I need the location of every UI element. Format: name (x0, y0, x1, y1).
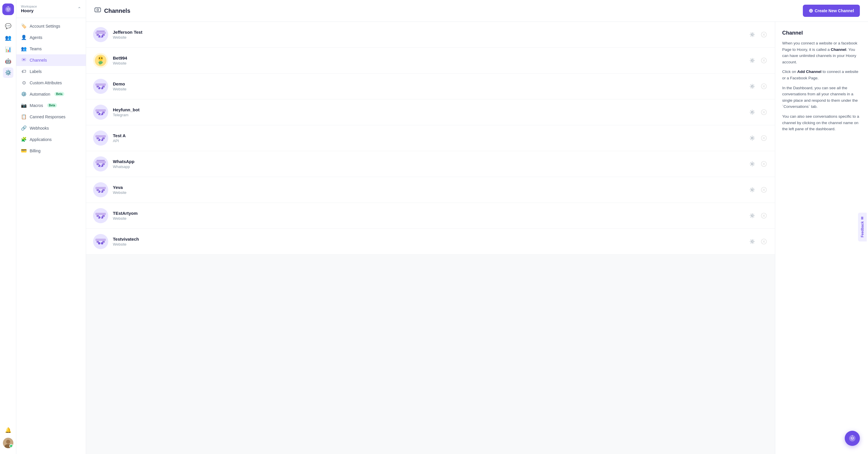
delete-button-3[interactable] (760, 82, 768, 90)
channel-info-2: Bet994 Website (113, 56, 748, 65)
svg-point-31 (98, 88, 99, 88)
channel-name-9: Testvivatech (113, 236, 748, 241)
delete-button-9[interactable] (760, 237, 768, 246)
svg-point-84 (98, 242, 100, 245)
settings-button-7[interactable] (748, 186, 756, 194)
billing-icon: 💳 (21, 148, 27, 154)
svg-point-79 (751, 215, 753, 217)
channel-info-3: Demo Website (113, 82, 748, 91)
sidebar-item-agents[interactable]: 👤 Agents (16, 32, 86, 43)
channels-list: Jefferson Test Website (86, 22, 775, 454)
channel-actions-6 (748, 160, 768, 168)
info-panel-para-4: You can also see conversations specific … (782, 114, 861, 132)
feedback-icon: ✉ (860, 217, 864, 220)
app-logo[interactable] (2, 3, 14, 15)
settings-button-5[interactable] (748, 134, 756, 142)
account-settings-icon: 🏷️ (21, 23, 27, 29)
sidebar-label-macros: Macros (30, 103, 43, 108)
settings-button-6[interactable] (748, 160, 756, 168)
channel-name-1: Jefferson Test (113, 30, 748, 35)
channel-info-5: Test A API (113, 133, 748, 143)
icon-bar: 💬 👥 📊 🤖 ⚙️ 🔔 (0, 0, 16, 454)
workspace-header: Workspace Hoory ⌃ (16, 0, 86, 18)
nav-icon-reports[interactable]: 📊 (3, 44, 13, 55)
user-avatar[interactable] (3, 438, 13, 448)
webhooks-icon: 🔗 (21, 125, 27, 131)
svg-point-9 (97, 9, 99, 11)
svg-point-85 (101, 242, 103, 245)
nav-icon-chat[interactable]: 💬 (3, 21, 13, 31)
settings-button-8[interactable] (748, 212, 756, 220)
settings-button-9[interactable] (748, 237, 756, 246)
channel-info-7: Yeva Website (113, 185, 748, 195)
sidebar-item-billing[interactable]: 💳 Billing (16, 145, 86, 156)
nav-icon-contacts[interactable]: 👥 (3, 33, 13, 43)
float-chat-button[interactable] (845, 431, 860, 446)
info-panel: Channel When you connect a website or a … (775, 22, 868, 454)
channel-actions-3 (748, 82, 768, 90)
svg-rect-81 (95, 239, 106, 241)
delete-button-7[interactable] (760, 186, 768, 194)
channel-avatar-4 (93, 105, 108, 120)
svg-point-69 (101, 191, 102, 192)
sidebar-label-applications: Applications (30, 137, 52, 142)
sidebar-item-automation[interactable]: ⚙️ Automation Beta (16, 88, 86, 100)
content-area: Jefferson Test Website (86, 22, 868, 454)
main-content: Channels ⊕ Create New Channel (86, 0, 868, 454)
custom-attributes-icon: ⊙ (21, 80, 27, 86)
sidebar-item-channels[interactable]: Channels (16, 54, 86, 66)
channels-icon (21, 57, 27, 63)
svg-rect-63 (95, 187, 106, 189)
svg-point-89 (851, 437, 852, 439)
sidebar-label-channels: Channels (30, 58, 47, 63)
sidebar-item-macros[interactable]: 📷 Macros Beta (16, 100, 86, 111)
teams-icon: 👥 (21, 46, 27, 52)
svg-rect-72 (95, 213, 106, 215)
delete-button-1[interactable] (760, 31, 768, 39)
settings-button-1[interactable] (748, 31, 756, 39)
svg-point-51 (751, 137, 753, 139)
sidebar-label-billing: Billing (30, 149, 40, 153)
sidebar-item-webhooks[interactable]: 🔗 Webhooks (16, 122, 86, 134)
delete-button-4[interactable] (760, 108, 768, 116)
channel-actions-5 (748, 134, 768, 142)
sidebar-item-teams[interactable]: 👥 Teams (16, 43, 86, 54)
delete-button-2[interactable] (760, 56, 768, 65)
svg-point-17 (101, 36, 102, 37)
sidebar-item-labels[interactable]: 🏷 Labels (16, 66, 86, 77)
delete-button-8[interactable] (760, 212, 768, 220)
channel-info-1: Jefferson Test Website (113, 30, 748, 39)
svg-point-32 (101, 88, 102, 88)
settings-button-2[interactable] (748, 56, 756, 65)
svg-point-60 (101, 165, 102, 166)
create-channel-button[interactable]: ⊕ Create New Channel (803, 5, 860, 17)
sidebar-item-custom-attributes[interactable]: ⊙ Custom Attributes (16, 77, 86, 88)
sidebar-item-account-settings[interactable]: 🏷️ Account Settings (16, 20, 86, 32)
channel-avatar-1 (93, 27, 108, 42)
feedback-tab[interactable]: Feedback ✉ (858, 213, 867, 241)
channel-name-4: Heyfunn_bot (113, 107, 748, 112)
sidebar-item-applications[interactable]: 🧩 Applications (16, 134, 86, 145)
svg-point-16 (98, 36, 99, 37)
settings-button-4[interactable] (748, 108, 756, 116)
delete-button-6[interactable] (760, 160, 768, 168)
automation-badge: Beta (54, 92, 64, 96)
canned-responses-icon: 📋 (21, 114, 27, 120)
nav-icon-notifications[interactable]: 🔔 (3, 425, 13, 435)
channel-info-8: TEstArtyom Website (113, 211, 748, 221)
labels-icon: 🏷 (21, 69, 27, 74)
info-panel-title: Channel (782, 30, 861, 36)
workspace-chevron-icon[interactable]: ⌃ (78, 6, 81, 12)
channel-avatar-3 (93, 79, 108, 94)
settings-button-3[interactable] (748, 82, 756, 90)
nav-icon-integrations[interactable]: 🤖 (3, 56, 13, 66)
channel-type-8: Website (113, 216, 748, 221)
workspace-name: Hoory (21, 8, 37, 13)
channel-actions-9 (748, 237, 768, 246)
create-channel-plus-icon: ⊕ (809, 7, 813, 14)
sidebar-item-canned-responses[interactable]: 📋 Canned Responses (16, 111, 86, 122)
sidebar-label-canned-responses: Canned Responses (30, 115, 65, 119)
nav-icon-settings[interactable]: ⚙️ (3, 67, 13, 78)
delete-button-5[interactable] (760, 134, 768, 142)
automation-icon: ⚙️ (21, 91, 27, 97)
